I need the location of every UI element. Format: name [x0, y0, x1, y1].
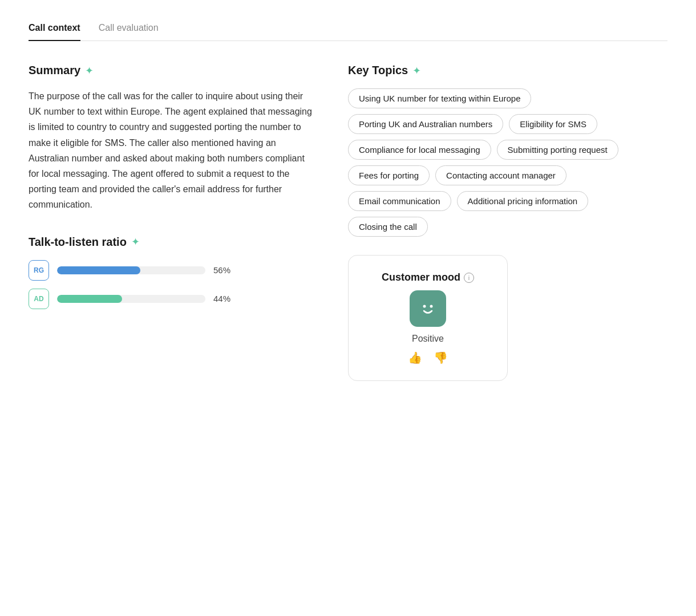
topic-pill-9[interactable]: Closing the call	[348, 217, 428, 237]
talk-listen-section: Talk-to-listen ratio ✦ RG 56% AD 44%	[29, 236, 314, 309]
bar-container-ad	[57, 295, 205, 303]
topic-pill-2[interactable]: Eligibility for SMS	[509, 114, 597, 134]
bar-fill-ad	[57, 295, 122, 303]
mood-header: Customer mood i	[382, 271, 474, 283]
summary-title: Summary	[29, 64, 80, 77]
tabs-container: Call context Call evaluation	[29, 23, 667, 41]
ratio-row-ad: AD 44%	[29, 289, 314, 309]
topic-pill-7[interactable]: Email communication	[348, 191, 451, 211]
mood-label: Positive	[412, 334, 444, 344]
avatar-ad: AD	[29, 289, 49, 309]
topic-pill-0[interactable]: Using UK number for texting within Europ…	[348, 88, 531, 108]
svg-point-0	[418, 298, 438, 319]
ratio-title: Talk-to-listen ratio	[29, 236, 127, 249]
svg-point-2	[430, 305, 433, 308]
topic-pill-3[interactable]: Compliance for local messaging	[348, 140, 491, 160]
right-panel: Key Topics ✦ Using UK number for texting…	[348, 64, 667, 381]
customer-mood-card: Customer mood i Positive 👍 👎	[348, 255, 508, 381]
avatar-rg: RG	[29, 260, 49, 281]
mood-info-icon[interactable]: i	[464, 273, 474, 283]
thumbdown-button[interactable]: 👎	[434, 351, 448, 364]
ratio-row-rg: RG 56%	[29, 260, 314, 281]
ratio-sparkle-icon: ✦	[131, 236, 140, 248]
bar-fill-rg	[57, 266, 140, 274]
bar-container-rg	[57, 266, 205, 274]
key-topics-title: Key Topics	[348, 64, 408, 77]
svg-point-1	[423, 305, 426, 308]
topic-pill-5[interactable]: Fees for porting	[348, 165, 430, 185]
topic-pill-4[interactable]: Submitting porting request	[497, 140, 618, 160]
topic-pill-1[interactable]: Porting UK and Australian numbers	[348, 114, 503, 134]
mood-title: Customer mood	[382, 271, 460, 283]
topic-pill-6[interactable]: Contacting account manager	[435, 165, 566, 185]
summary-text: The purpose of the call was for the call…	[29, 88, 314, 213]
bar-pct-rg: 56%	[213, 265, 234, 275]
ratio-header: Talk-to-listen ratio ✦	[29, 236, 314, 249]
bar-pct-ad: 44%	[213, 294, 234, 303]
summary-sparkle-icon: ✦	[85, 64, 94, 77]
mood-actions: 👍 👎	[408, 351, 448, 364]
mood-emoji	[410, 290, 446, 327]
thumbup-button[interactable]: 👍	[408, 351, 422, 364]
summary-header: Summary ✦	[29, 64, 314, 77]
key-topics-sparkle-icon: ✦	[412, 64, 421, 77]
main-content: Summary ✦ The purpose of the call was fo…	[29, 64, 667, 381]
key-topics-header: Key Topics ✦	[348, 64, 667, 77]
left-panel: Summary ✦ The purpose of the call was fo…	[29, 64, 314, 381]
tab-call-context[interactable]: Call context	[29, 23, 80, 41]
topic-pill-8[interactable]: Additional pricing information	[457, 191, 589, 211]
tab-call-evaluation[interactable]: Call evaluation	[99, 23, 159, 41]
topics-grid: Using UK number for texting within Europ…	[348, 88, 667, 237]
